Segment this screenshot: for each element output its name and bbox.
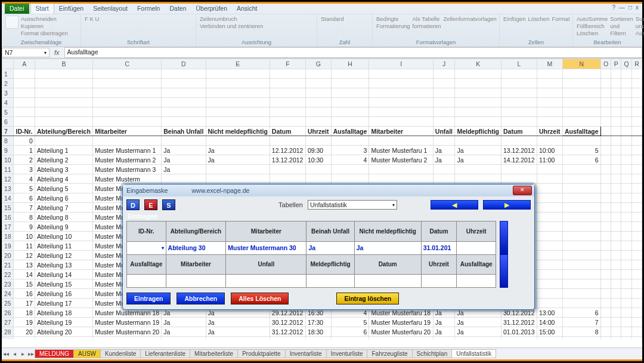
row-header[interactable]: 4	[2, 98, 14, 107]
cell[interactable]: Ja	[162, 318, 206, 327]
cell[interactable]: Abteilung 6	[35, 193, 92, 203]
cell[interactable]: 6	[14, 193, 35, 203]
copy-button[interactable]: Kopieren	[21, 23, 68, 30]
name-box[interactable]: N7▾	[2, 48, 49, 57]
cell[interactable]: 01.01.2013	[501, 327, 537, 337]
row-header[interactable]: 17	[2, 222, 14, 232]
formula-bar[interactable]: Ausfalltage	[64, 47, 642, 58]
cell[interactable]	[632, 279, 642, 289]
column-header-cell[interactable]: Unfall	[433, 127, 455, 136]
sheet-tab[interactable]: MELDUNG	[35, 349, 74, 358]
row-header[interactable]: 26	[2, 308, 14, 318]
cell[interactable]: 1	[14, 146, 35, 155]
col-header-B[interactable]: B	[35, 59, 92, 69]
cell[interactable]	[611, 203, 621, 213]
cell[interactable]	[600, 184, 611, 193]
cell[interactable]	[455, 165, 501, 174]
row-header[interactable]: 28	[2, 327, 14, 337]
cell[interactable]	[305, 136, 331, 146]
cell[interactable]	[621, 232, 632, 241]
insert-cells-button[interactable]: Einfügen	[503, 16, 526, 23]
cell[interactable]: Muster Mustermann 20	[93, 327, 162, 337]
cell[interactable]	[632, 289, 642, 299]
cell[interactable]	[600, 146, 611, 155]
row-header[interactable]: 18	[2, 232, 14, 241]
cell[interactable]	[562, 165, 600, 174]
mode-d-button[interactable]: D	[126, 199, 140, 210]
number-format-select[interactable]: Standard	[321, 16, 344, 23]
col-header-A[interactable]: A	[14, 59, 35, 69]
cell[interactable]	[600, 318, 611, 327]
form-input-cell[interactable]: 31.01.201	[421, 241, 457, 254]
cell[interactable]	[621, 203, 632, 213]
format-painter-button[interactable]: Format übertragen	[21, 30, 68, 37]
cell[interactable]	[562, 232, 600, 241]
cell[interactable]	[621, 337, 632, 340]
cell[interactable]: Muster Mustermann 3	[93, 165, 162, 174]
cell[interactable]	[537, 174, 563, 184]
column-header-cell[interactable]: Mitarbeiter	[369, 127, 433, 136]
cell[interactable]	[621, 299, 632, 308]
cell[interactable]	[270, 136, 305, 146]
cell[interactable]	[433, 136, 455, 146]
cell[interactable]: 17	[14, 299, 35, 308]
cell[interactable]	[206, 165, 270, 174]
cell[interactable]	[331, 174, 369, 184]
column-header-cell[interactable]: Datum	[501, 127, 537, 136]
row-header[interactable]: 16	[2, 213, 14, 222]
sheet-tab[interactable]: Kundenliste	[100, 349, 141, 358]
cell[interactable]: 16:00	[537, 337, 563, 340]
format-cells-button[interactable]: Format	[552, 16, 569, 23]
sheet-tab[interactable]: Inventurliste	[326, 349, 368, 358]
dialog-close-button[interactable]: ✕	[513, 186, 532, 195]
cell[interactable]: Ja	[433, 337, 455, 340]
column-header-cell[interactable]: Datum	[270, 127, 305, 136]
cell[interactable]: Abteilung 12	[35, 251, 92, 260]
mode-e-button[interactable]: E	[144, 199, 157, 210]
cell[interactable]	[632, 251, 642, 260]
cell[interactable]: 5	[562, 146, 600, 155]
column-header-cell[interactable]: Mitarbeiter	[93, 127, 162, 136]
tab-insert[interactable]: Einfügen	[54, 3, 88, 14]
cell[interactable]	[632, 222, 642, 232]
cell[interactable]	[537, 184, 563, 193]
cell[interactable]	[562, 241, 600, 251]
fx-icon[interactable]: fx	[49, 49, 64, 56]
row-header[interactable]: 25	[2, 299, 14, 308]
cell[interactable]	[600, 222, 611, 232]
form-input-cell[interactable]	[457, 241, 496, 254]
cell[interactable]	[537, 251, 563, 260]
cell[interactable]	[537, 193, 563, 203]
cell[interactable]: Muster Musterfaru 1	[369, 146, 433, 155]
cell[interactable]: 7	[562, 318, 600, 327]
cell[interactable]: Ja	[455, 318, 501, 327]
cell[interactable]: 7	[14, 203, 35, 213]
cell[interactable]: 0	[14, 136, 35, 146]
cell[interactable]	[632, 213, 642, 222]
cell[interactable]	[537, 165, 563, 174]
cell[interactable]: Ja	[433, 146, 455, 155]
cell[interactable]: Ja	[206, 318, 270, 327]
sheet-tab[interactable]: Schichtplan	[412, 349, 453, 358]
cell[interactable]: 10:30	[305, 155, 331, 165]
cell[interactable]	[562, 260, 600, 270]
cell[interactable]	[600, 337, 611, 340]
cell[interactable]: Muster Musterfaru 21	[369, 337, 433, 340]
cell[interactable]	[562, 136, 600, 146]
column-header-cell[interactable]: Abteilung/Bereich	[35, 127, 92, 136]
cell[interactable]	[621, 279, 632, 289]
row-header[interactable]: 23	[2, 279, 14, 289]
cell[interactable]: 20	[14, 327, 35, 337]
cell[interactable]	[611, 222, 621, 232]
cell[interactable]: Abteilung 19	[35, 318, 92, 327]
cell[interactable]	[369, 136, 433, 146]
cell[interactable]: Ja	[455, 155, 501, 165]
cell[interactable]	[206, 174, 270, 184]
col-header-M[interactable]: M	[537, 59, 563, 69]
fill-button[interactable]: Füllbereich	[577, 23, 608, 30]
col-header-F[interactable]: F	[270, 59, 305, 69]
column-header-cell[interactable]: Ausfalltage	[562, 127, 600, 136]
cell[interactable]: Ja	[433, 155, 455, 165]
cell[interactable]: 8	[562, 327, 600, 337]
cell[interactable]: 17:30	[305, 318, 331, 327]
